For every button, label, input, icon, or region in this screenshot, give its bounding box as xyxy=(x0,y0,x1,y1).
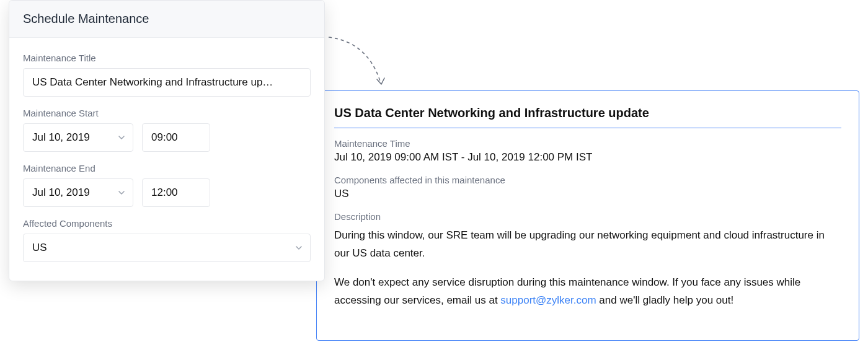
end-label: Maintenance End xyxy=(23,163,311,173)
chevron-down-icon xyxy=(118,134,125,141)
form-body: Maintenance Title Maintenance Start Jul … xyxy=(9,38,324,281)
start-date-value: Jul 10, 2019 xyxy=(32,131,90,143)
start-time-input[interactable]: 09:00 xyxy=(142,123,210,152)
schedule-maintenance-form: Schedule Maintenance Maintenance Title M… xyxy=(9,0,325,281)
end-date-select[interactable]: Jul 10, 2019 xyxy=(23,178,133,207)
maintenance-title-input[interactable] xyxy=(23,68,311,97)
affected-components-select[interactable]: US xyxy=(23,234,311,262)
title-label: Maintenance Title xyxy=(23,53,311,63)
description-p2b: and we'll gladly help you out! xyxy=(596,294,734,306)
start-time-value: 09:00 xyxy=(151,131,178,143)
description-p1: During this window, our SRE team will be… xyxy=(334,227,841,263)
description-p2: We don't expect any service disruption d… xyxy=(334,274,841,310)
preview-title: US Data Center Networking and Infrastruc… xyxy=(334,106,841,128)
description-label: Description xyxy=(334,211,841,222)
start-field-group: Maintenance Start Jul 10, 2019 09:00 xyxy=(23,108,311,152)
components-affected-value: US xyxy=(334,188,841,200)
start-label: Maintenance Start xyxy=(23,108,311,118)
description-body: During this window, our SRE team will be… xyxy=(334,227,841,310)
components-label: Affected Components xyxy=(23,218,311,229)
components-affected-label: Components affected in this maintenance xyxy=(334,175,841,185)
chevron-down-icon xyxy=(295,244,303,252)
arrow-connector-icon xyxy=(325,35,393,93)
maintenance-time-label: Maintenance Time xyxy=(334,138,841,149)
end-time-value: 12:00 xyxy=(151,186,178,198)
chevron-down-icon xyxy=(118,189,125,196)
title-field-group: Maintenance Title xyxy=(23,53,311,97)
start-date-select[interactable]: Jul 10, 2019 xyxy=(23,123,133,152)
end-field-group: Maintenance End Jul 10, 2019 12:00 xyxy=(23,163,311,207)
maintenance-preview-card: US Data Center Networking and Infrastruc… xyxy=(316,90,859,341)
maintenance-time-value: Jul 10, 2019 09:00 AM IST - Jul 10, 2019… xyxy=(334,151,841,164)
end-date-value: Jul 10, 2019 xyxy=(32,186,90,198)
components-value: US xyxy=(32,242,47,253)
end-time-input[interactable]: 12:00 xyxy=(142,178,210,207)
components-field-group: Affected Components US xyxy=(23,218,311,262)
support-email-link[interactable]: support@zylker.com xyxy=(500,294,596,306)
form-header: Schedule Maintenance xyxy=(9,1,324,38)
